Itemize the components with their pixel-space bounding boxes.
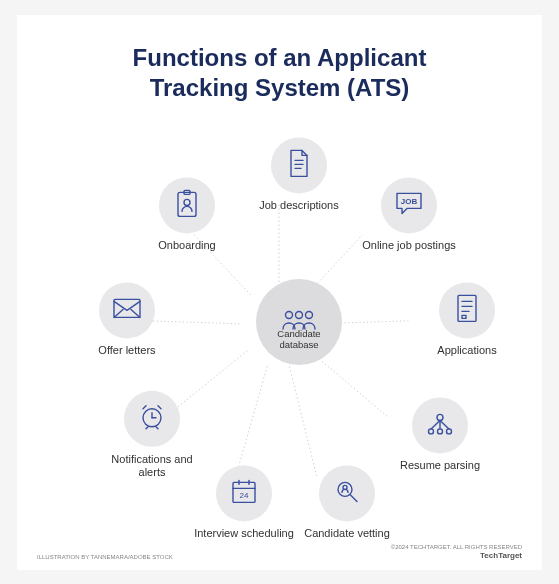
node-label: Notifications and alerts bbox=[102, 452, 202, 478]
job-speech-icon: JOB bbox=[394, 190, 424, 220]
node-label: Onboarding bbox=[158, 239, 216, 252]
node-network: Resume parsing bbox=[390, 397, 490, 472]
node-form: Applications bbox=[417, 282, 517, 357]
center-label: Candidate database bbox=[274, 327, 324, 350]
node-label: Candidate vetting bbox=[304, 527, 390, 540]
node-id-badge: Onboarding bbox=[137, 177, 237, 252]
svg-point-24 bbox=[447, 428, 452, 433]
form-icon bbox=[455, 293, 479, 327]
node-job-speech: JOBOnline job postings bbox=[359, 177, 459, 252]
node-envelope: Offer letters bbox=[77, 282, 177, 357]
node-calendar: 24Interview scheduling bbox=[194, 465, 294, 540]
center-circle bbox=[256, 279, 342, 365]
envelope-icon bbox=[112, 297, 142, 323]
svg-point-21 bbox=[437, 414, 443, 420]
node-circle bbox=[99, 282, 155, 338]
brand-logo: TechTarget bbox=[391, 551, 522, 560]
svg-point-44 bbox=[184, 199, 190, 205]
node-label: Interview scheduling bbox=[194, 527, 294, 540]
svg-point-22 bbox=[429, 428, 434, 433]
center-node: Candidate database bbox=[249, 279, 349, 371]
document-icon bbox=[286, 148, 312, 182]
node-label: Resume parsing bbox=[400, 459, 480, 472]
node-label: Offer letters bbox=[98, 344, 155, 357]
node-circle bbox=[439, 282, 495, 338]
node-document: Job descriptions bbox=[249, 137, 349, 212]
footer: ILLUSTRATION BY TANNEMARA/ADOBE STOCK ©2… bbox=[37, 544, 522, 560]
network-icon bbox=[425, 409, 455, 441]
svg-rect-16 bbox=[458, 295, 476, 321]
svg-point-10 bbox=[296, 311, 303, 318]
node-circle: 24 bbox=[216, 465, 272, 521]
node-circle bbox=[271, 137, 327, 193]
svg-point-23 bbox=[438, 428, 443, 433]
svg-rect-20 bbox=[462, 315, 466, 318]
svg-rect-42 bbox=[178, 192, 196, 216]
svg-point-11 bbox=[306, 311, 313, 318]
diagram-title: Functions of an Applicant Tracking Syste… bbox=[37, 43, 522, 103]
footer-credit-left: ILLUSTRATION BY TANNEMARA/ADOBE STOCK bbox=[37, 554, 173, 560]
id-badge-icon bbox=[175, 188, 199, 222]
svg-line-25 bbox=[431, 420, 440, 429]
diagram-card: Functions of an Applicant Tracking Syste… bbox=[17, 15, 542, 570]
node-magnifier: Candidate vetting bbox=[297, 465, 397, 540]
node-label: Online job postings bbox=[362, 239, 456, 252]
node-circle: JOB bbox=[381, 177, 437, 233]
svg-line-39 bbox=[146, 426, 148, 428]
svg-text:24: 24 bbox=[240, 491, 249, 500]
radial-diagram: Candidate database Job descriptionsJOBOn… bbox=[37, 115, 522, 545]
magnifier-icon bbox=[333, 477, 361, 509]
svg-text:JOB: JOB bbox=[401, 197, 418, 206]
svg-point-9 bbox=[286, 311, 293, 318]
title-line1: Functions of an Applicant bbox=[133, 44, 427, 71]
footer-credit-right: ©2024 TECHTARGET. ALL RIGHTS RESERVED Te… bbox=[391, 544, 522, 560]
node-circle bbox=[319, 465, 375, 521]
node-label: Job descriptions bbox=[259, 199, 339, 212]
node-circle bbox=[124, 390, 180, 446]
svg-line-4 bbox=[289, 366, 316, 475]
node-circle bbox=[412, 397, 468, 453]
svg-line-29 bbox=[350, 494, 357, 501]
calendar-icon: 24 bbox=[230, 477, 258, 509]
title-line2: Tracking System (ATS) bbox=[150, 74, 410, 101]
svg-line-40 bbox=[156, 426, 158, 428]
footer-copyright: ©2024 TECHTARGET. ALL RIGHTS RESERVED bbox=[391, 544, 522, 550]
node-label: Applications bbox=[437, 344, 496, 357]
node-alarm: Notifications and alerts bbox=[102, 390, 202, 478]
node-circle bbox=[159, 177, 215, 233]
alarm-icon bbox=[138, 402, 166, 434]
svg-line-27 bbox=[440, 420, 449, 429]
svg-line-5 bbox=[236, 366, 267, 476]
